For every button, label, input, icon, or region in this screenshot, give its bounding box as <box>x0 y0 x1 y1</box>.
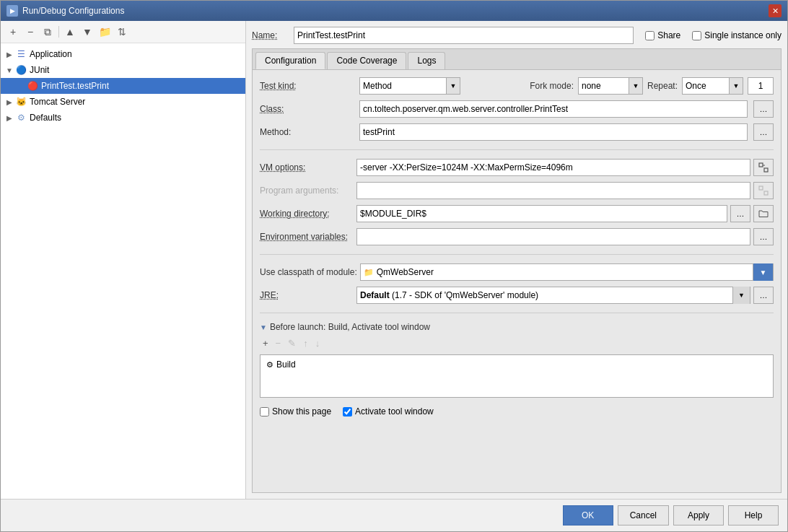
before-add-button[interactable]: + <box>260 336 271 350</box>
jre-dropdown-arrow[interactable]: ▼ <box>732 287 750 304</box>
program-args-row: Program arguments: <box>260 182 774 199</box>
tree-arrow-defaults: ▶ <box>4 112 15 123</box>
repeat-number-input[interactable] <box>748 77 774 95</box>
jre-bold-text: Default <box>360 290 390 300</box>
vm-options-input[interactable] <box>356 159 750 176</box>
before-launch-section: ▼ Before launch: Build, Activate tool wi… <box>260 322 774 398</box>
tree-label-junit: JUnit <box>30 65 49 75</box>
before-item-build[interactable]: ⚙ Build <box>263 358 770 371</box>
single-instance-checkbox-label[interactable]: Single instance only <box>692 30 782 40</box>
method-input[interactable] <box>359 123 748 141</box>
folder-button[interactable]: 📁 <box>97 24 113 40</box>
module-dropdown-arrow[interactable]: ▼ <box>753 263 773 281</box>
activate-window-label: Activate tool window <box>355 406 434 417</box>
env-vars-input[interactable] <box>356 228 750 245</box>
working-dir-label: Working directory: <box>260 209 354 219</box>
tab-code-coverage[interactable]: Code Coverage <box>327 52 406 69</box>
cancel-button[interactable]: Cancel <box>618 505 669 526</box>
title-bar-left: ▶ Run/Debug Configurations <box>6 5 124 17</box>
toolbar-separator <box>58 26 59 38</box>
vm-options-expand-button[interactable] <box>753 159 774 176</box>
before-launch-toolbar: + − ✎ ↑ ↓ <box>260 335 774 352</box>
move-up-button[interactable]: ▲ <box>62 24 78 40</box>
junit-icon: 🔵 <box>15 64 27 76</box>
program-args-input[interactable] <box>356 182 750 199</box>
test-kind-dropdown-arrow[interactable]: ▼ <box>446 77 460 95</box>
tree-item-tomcat[interactable]: ▶ 🐱 Tomcat Server <box>1 94 245 110</box>
program-args-expand-button[interactable] <box>753 182 774 199</box>
svg-rect-4 <box>764 191 768 195</box>
tree-arrow-junit: ▼ <box>4 64 15 76</box>
working-dir-folder-button[interactable] <box>753 205 774 222</box>
remove-config-button[interactable]: − <box>22 24 38 40</box>
main-window: ▶ Run/Debug Configurations ✕ + − ⧉ ▲ ▼ 📁… <box>0 0 788 532</box>
jre-rest-text: (1.7 - SDK of 'QmWebServer' module) <box>390 290 538 300</box>
close-button[interactable]: ✕ <box>769 4 782 17</box>
build-label: Build <box>276 359 296 370</box>
class-browse-button[interactable]: … <box>753 100 774 118</box>
tree-label-printtest: PrintTest.testPrint <box>41 81 109 91</box>
name-input[interactable] <box>294 27 634 44</box>
vm-options-row: VM options: <box>260 159 774 176</box>
jre-more-button[interactable]: … <box>753 287 774 304</box>
method-browse-button[interactable]: … <box>753 123 774 141</box>
tree-label-application: Application <box>30 49 72 59</box>
class-input[interactable] <box>359 100 748 118</box>
ok-button[interactable]: OK <box>563 505 613 526</box>
apply-button[interactable]: Apply <box>673 505 724 526</box>
env-vars-browse-button[interactable]: … <box>753 228 774 245</box>
share-checkbox[interactable] <box>645 31 655 40</box>
tree-toolbar: + − ⧉ ▲ ▼ 📁 ⇅ <box>1 21 245 43</box>
repeat-input[interactable] <box>682 77 729 95</box>
test-kind-label: Test kind: <box>260 81 354 91</box>
working-dir-row: Working directory: … <box>260 205 774 222</box>
module-row: Use classpath of module: 📁 QmWebServer ▼ <box>260 263 774 281</box>
share-checkbox-label[interactable]: Share <box>645 30 680 40</box>
copy-config-button[interactable]: ⧉ <box>40 24 56 40</box>
share-row: Share Single instance only <box>645 30 782 40</box>
tab-logs[interactable]: Logs <box>408 52 445 69</box>
repeat-label: Repeat: <box>647 81 678 91</box>
before-move-down-button[interactable]: ↓ <box>312 336 323 350</box>
add-config-button[interactable]: + <box>5 24 21 40</box>
before-edit-button[interactable]: ✎ <box>285 336 299 350</box>
activate-window-checkbox-label[interactable]: Activate tool window <box>343 406 434 417</box>
method-row: Method: … <box>260 123 774 141</box>
move-down-button[interactable]: ▼ <box>79 24 95 40</box>
fork-section: Fork mode: ▼ Repeat: ▼ <box>530 77 774 95</box>
svg-rect-3 <box>759 186 763 190</box>
show-page-checkbox[interactable] <box>260 407 269 417</box>
tree-item-junit[interactable]: ▼ 🔵 JUnit <box>1 62 245 78</box>
program-args-label: Program arguments: <box>260 186 354 196</box>
working-dir-input[interactable] <box>356 205 727 222</box>
before-remove-button[interactable]: − <box>273 336 284 350</box>
jre-combo: Default (1.7 - SDK of 'QmWebServer' modu… <box>356 287 750 304</box>
single-instance-checkbox[interactable] <box>692 31 701 40</box>
tabs-header: Configuration Code Coverage Logs <box>253 49 781 70</box>
help-button[interactable]: Help <box>728 505 779 526</box>
defaults-icon: ⚙ <box>15 112 27 123</box>
share-label: Share <box>657 30 680 40</box>
vm-options-label: VM options: <box>260 162 354 173</box>
tree-item-defaults[interactable]: ▶ ⚙ Defaults <box>1 110 245 126</box>
tree-item-printtest[interactable]: 🔴 PrintTest.testPrint <box>1 78 245 94</box>
printtest-icon: 🔴 <box>27 80 38 92</box>
before-move-up-button[interactable]: ↑ <box>300 336 311 350</box>
before-launch-title: Before launch: Build, Activate tool wind… <box>270 322 430 332</box>
tree-item-application[interactable]: ▶ ☰ Application <box>1 46 245 62</box>
method-label: Method: <box>260 127 354 137</box>
tab-configuration[interactable]: Configuration <box>255 52 325 69</box>
activate-window-checkbox[interactable] <box>343 407 352 417</box>
sort-button[interactable]: ⇅ <box>114 24 130 40</box>
repeat-dropdown-arrow[interactable]: ▼ <box>729 77 743 95</box>
jre-row: JRE: Default (1.7 - SDK of 'QmWebServer'… <box>260 287 774 304</box>
test-kind-input[interactable] <box>359 77 446 95</box>
window-title: Run/Debug Configurations <box>22 6 124 16</box>
tree-label-tomcat: Tomcat Server <box>30 97 85 107</box>
main-content: + − ⧉ ▲ ▼ 📁 ⇅ ▶ ☰ Application ▼ � <box>1 21 787 499</box>
divider-1 <box>260 149 774 150</box>
show-page-checkbox-label[interactable]: Show this page <box>260 406 331 417</box>
fork-mode-dropdown-arrow[interactable]: ▼ <box>629 77 643 95</box>
working-dir-browse-button[interactable]: … <box>730 205 750 222</box>
fork-mode-input[interactable] <box>578 77 629 95</box>
